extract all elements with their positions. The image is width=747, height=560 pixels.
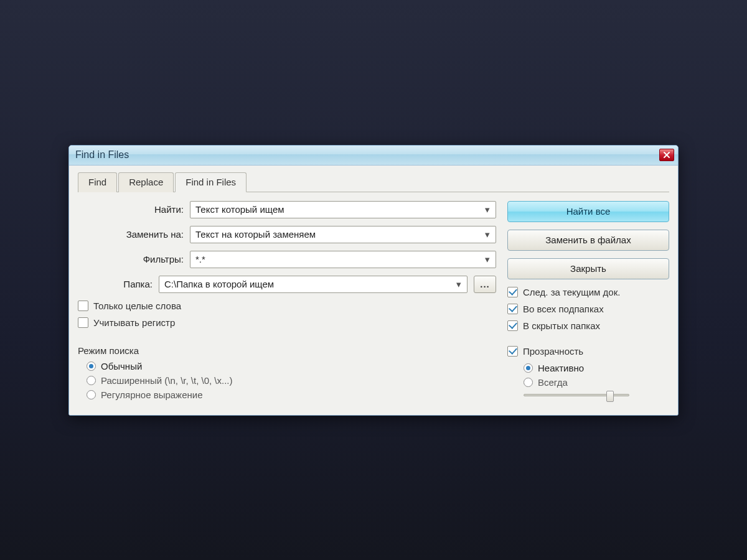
close-button[interactable]: Закрыть (507, 258, 669, 279)
label-transparency-inactive: Неактивно (538, 363, 584, 373)
close-window-button[interactable] (659, 149, 674, 161)
radio-transparency-inactive[interactable] (524, 363, 533, 373)
transparency-slider[interactable] (524, 394, 629, 396)
radio-mode-extended[interactable] (87, 376, 96, 385)
search-mode-group: Режим поиска Обычный Расширенный (\n, \r… (78, 342, 496, 400)
label-mode-normal: Обычный (101, 361, 142, 371)
close-icon (663, 151, 670, 159)
label-mode-extended: Расширенный (\n, \r, \t, \0, \x...) (101, 375, 233, 386)
filters-input[interactable]: *.* ▾ (190, 251, 496, 268)
dropdown-icon[interactable]: ▾ (453, 279, 464, 290)
dropdown-icon[interactable]: ▾ (482, 204, 493, 215)
label-transparency: Прозрачность (523, 346, 583, 357)
checkbox-hidden-folders[interactable] (507, 320, 518, 331)
find-all-button[interactable]: Найти все (507, 201, 669, 222)
search-mode-legend: Режим поиска (78, 345, 496, 356)
folder-input-value: C:\Папка в которой ищем (164, 279, 453, 289)
label-filters: Фильтры: (78, 254, 184, 264)
label-follow-doc: След. за текущим док. (523, 287, 620, 297)
checkbox-match-case[interactable] (78, 317, 88, 328)
replace-input[interactable]: Текст на который заменяем ▾ (190, 226, 496, 243)
label-mode-regex: Регулярное выражение (101, 390, 203, 400)
tabstrip: Find Replace Find in Files (78, 172, 669, 192)
label-find: Найти: (78, 204, 184, 215)
label-whole-words: Только целые слова (93, 301, 181, 311)
tab-find[interactable]: Find (78, 172, 117, 192)
transparency-group: Прозрачность Неактивно Всегда (507, 346, 669, 396)
form-column: Найти: Текст который ищем ▾ Заменить на:… (78, 201, 496, 404)
find-in-files-dialog: Find in Files Find Replace Find in Files… (68, 145, 679, 416)
folder-input[interactable]: C:\Папка в которой ищем ▾ (159, 276, 467, 293)
label-match-case: Учитывать регистр (93, 317, 175, 328)
find-input-value: Текст который ищем (195, 204, 482, 215)
checkbox-whole-words[interactable] (78, 301, 88, 311)
label-transparency-always: Всегда (538, 377, 568, 388)
find-input[interactable]: Текст который ищем ▾ (190, 201, 496, 218)
browse-folder-button[interactable]: ... (474, 276, 496, 293)
dropdown-icon[interactable]: ▾ (482, 229, 493, 240)
checkbox-subfolders[interactable] (507, 304, 518, 314)
radio-mode-normal[interactable] (87, 362, 96, 371)
radio-mode-regex[interactable] (87, 390, 96, 399)
label-folder: Папка: (78, 279, 153, 289)
tab-replace[interactable]: Replace (118, 172, 174, 192)
radio-transparency-always[interactable] (524, 378, 533, 387)
desktop-background: Find in Files Find Replace Find in Files… (0, 0, 747, 560)
label-subfolders: Во всех подпапках (523, 304, 604, 314)
replace-in-files-button[interactable]: Заменить в файлах (507, 230, 669, 251)
tab-find-in-files[interactable]: Find in Files (175, 172, 247, 192)
replace-input-value: Текст на который заменяем (195, 229, 482, 240)
label-replace-with: Заменить на: (78, 229, 184, 240)
filters-input-value: *.* (195, 254, 482, 264)
titlebar[interactable]: Find in Files (69, 146, 678, 166)
label-hidden-folders: В скрытых папках (523, 320, 600, 331)
checkbox-transparency[interactable] (507, 346, 518, 357)
checkbox-follow-doc[interactable] (507, 287, 518, 297)
dialog-body: Find Replace Find in Files Найти: Текст … (69, 166, 678, 415)
actions-column: Найти все Заменить в файлах Закрыть След… (507, 201, 669, 404)
dropdown-icon[interactable]: ▾ (482, 254, 493, 265)
window-title: Find in Files (75, 149, 659, 161)
